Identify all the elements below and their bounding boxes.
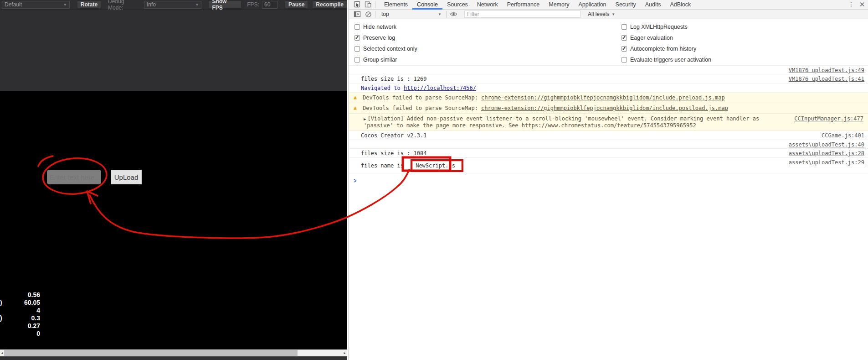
- devtools-tabbar: ElementsConsoleSourcesNetworkPerformance…: [349, 0, 868, 10]
- message-text: files size is : 1269: [361, 76, 427, 82]
- close-icon[interactable]: ✕: [856, 0, 868, 9]
- console-prompt[interactable]: >: [349, 173, 868, 187]
- warning-triangle-icon: ▲: [354, 104, 360, 110]
- more-options-icon[interactable]: ⋮: [846, 1, 856, 8]
- frame-context-select[interactable]: top ▼: [381, 11, 442, 17]
- stat-label-fragment: [0, 307, 5, 314]
- rotate-button[interactable]: Rotate: [77, 0, 101, 9]
- message-text: files size is : 1084: [361, 150, 427, 157]
- setting-autocomplete-from-history[interactable]: Autocomplete from history: [620, 43, 711, 54]
- expand-arrow-icon[interactable]: ▶: [364, 117, 366, 121]
- console-message: VM1876 uploadTest.js:49: [349, 66, 868, 74]
- filter-input[interactable]: [464, 10, 580, 18]
- divider: [375, 1, 375, 8]
- tab-console[interactable]: Console: [412, 0, 442, 10]
- message-text: Cocos Creator v2.3.1: [361, 132, 427, 139]
- fps-label: FPS:: [247, 1, 259, 8]
- scene-select[interactable]: Default ▼: [2, 1, 70, 9]
- highlighted-value: NewScript.js: [411, 159, 463, 172]
- checkbox-label: Eager evaluation: [630, 35, 673, 41]
- tab-application[interactable]: Application: [574, 0, 611, 10]
- upload-button[interactable]: UpLoad: [111, 170, 142, 184]
- source-link[interactable]: CCGame.js:401: [822, 132, 864, 139]
- message-link[interactable]: https://www.chromestatus.com/feature/574…: [522, 122, 696, 129]
- chevron-down-icon: ▼: [611, 12, 615, 16]
- stat-value: 0.3: [5, 314, 40, 322]
- console-sidebar-icon[interactable]: [352, 10, 363, 19]
- checkbox[interactable]: [354, 57, 360, 63]
- fps-input[interactable]: [262, 1, 277, 9]
- clear-console-icon[interactable]: [363, 10, 374, 19]
- tab-adblock[interactable]: AdBlock: [665, 0, 695, 10]
- setting-preserve-log[interactable]: Preserve log: [353, 32, 620, 43]
- screenshot-stage: Default ▼ Rotate Debug Mode: Info ▼ Show…: [0, 0, 868, 360]
- checkbox[interactable]: [354, 35, 360, 41]
- stat-row: 0.56: [0, 291, 40, 299]
- debug-level-select[interactable]: Info ▼: [144, 1, 201, 9]
- stat-row: 0: [0, 330, 40, 338]
- stat-value: 60.05: [5, 299, 40, 307]
- source-link[interactable]: assets\uploadTest.js:28: [789, 150, 864, 157]
- checkbox-label: Selected context only: [363, 46, 417, 52]
- setting-group-similar[interactable]: Group similar: [353, 54, 620, 65]
- inspect-element-icon[interactable]: [352, 0, 363, 9]
- recompile-button[interactable]: Recompile: [312, 0, 347, 9]
- chevron-down-icon: ▼: [195, 3, 199, 7]
- message-text: DevTools failed to parse SourceMap:: [363, 94, 481, 101]
- stat-label-fragment: ): [0, 314, 5, 322]
- checkbox[interactable]: [354, 24, 360, 30]
- checkbox[interactable]: [621, 46, 627, 52]
- checkbox[interactable]: [354, 46, 360, 52]
- console-settings: Hide networkPreserve logSelected context…: [349, 19, 868, 66]
- settings-column-left: Hide networkPreserve logSelected context…: [353, 21, 620, 65]
- tab-security[interactable]: Security: [611, 0, 641, 10]
- live-expression-eye-icon[interactable]: [448, 10, 459, 19]
- source-link[interactable]: CCInputManager.js:477: [794, 115, 863, 122]
- pause-button[interactable]: Pause: [285, 0, 308, 9]
- tab-performance[interactable]: Performance: [503, 0, 544, 10]
- prompt-chevron-icon: >: [354, 177, 356, 184]
- stat-value: 0.27: [5, 322, 40, 330]
- checkbox-label: Autocomplete from history: [630, 46, 696, 52]
- stat-label-fragment: [0, 330, 5, 338]
- game-preview-pane: Default ▼ Rotate Debug Mode: Info ▼ Show…: [0, 0, 347, 360]
- tab-sources[interactable]: Sources: [442, 0, 473, 10]
- devtools-tabs: ElementsConsoleSourcesNetworkPerformance…: [380, 0, 695, 10]
- tab-memory[interactable]: Memory: [544, 0, 574, 10]
- setting-eager-evaluation[interactable]: Eager evaluation: [620, 32, 711, 43]
- tab-elements[interactable]: Elements: [380, 0, 412, 10]
- console-message: ▲DevTools failed to parse SourceMap: chr…: [349, 93, 868, 103]
- setting-log-xmlhttprequests[interactable]: Log XMLHttpRequests: [620, 21, 711, 32]
- scroll-right-arrow-icon[interactable]: ▸: [343, 350, 347, 356]
- source-link[interactable]: assets\uploadTest.js:29: [789, 159, 864, 166]
- horizontal-scrollbar[interactable]: ◂ ▸: [0, 350, 347, 356]
- game-text-input[interactable]: [47, 170, 101, 184]
- scene-select-value: Default: [5, 1, 22, 8]
- profiler-stats: 0.56)60.054)0.30.270: [0, 291, 40, 338]
- scrollbar-thumb[interactable]: [4, 350, 298, 356]
- source-link[interactable]: VM1876 uploadTest.js:49: [789, 67, 864, 73]
- scroll-left-arrow-icon[interactable]: ◂: [0, 350, 4, 356]
- checkbox[interactable]: [621, 35, 627, 41]
- source-link[interactable]: assets\uploadTest.js:40: [789, 141, 864, 148]
- source-link[interactable]: VM1876 uploadTest.js:41: [789, 76, 864, 82]
- device-toolbar-icon[interactable]: [363, 0, 374, 9]
- checkbox[interactable]: [621, 24, 627, 30]
- setting-hide-network[interactable]: Hide network: [353, 21, 620, 32]
- console-message: assets\uploadTest.js:29files name is New…: [349, 158, 868, 173]
- stat-row: )60.05: [0, 299, 40, 307]
- log-level-select[interactable]: All levels ▼: [588, 11, 615, 17]
- checkbox-label: Group similar: [363, 57, 397, 63]
- stat-row: 4: [0, 307, 40, 314]
- setting-selected-context-only[interactable]: Selected context only: [353, 43, 620, 54]
- message-link[interactable]: chrome-extension://gighmmpiobklfepjocnam…: [481, 94, 725, 101]
- tab-network[interactable]: Network: [473, 0, 503, 10]
- checkbox-label: Preserve log: [363, 35, 395, 41]
- message-link[interactable]: chrome-extension://gighmmpiobklfepjocnam…: [481, 105, 728, 111]
- setting-evaluate-triggers-user-activation[interactable]: Evaluate triggers user activation: [620, 54, 711, 65]
- message-link[interactable]: http://localhost:7456/: [404, 85, 476, 91]
- console-message: assets\uploadTest.js:40: [349, 140, 868, 149]
- checkbox[interactable]: [621, 57, 627, 63]
- show-fps-button[interactable]: Show FPS: [208, 0, 241, 9]
- tab-audits[interactable]: Audits: [641, 0, 666, 10]
